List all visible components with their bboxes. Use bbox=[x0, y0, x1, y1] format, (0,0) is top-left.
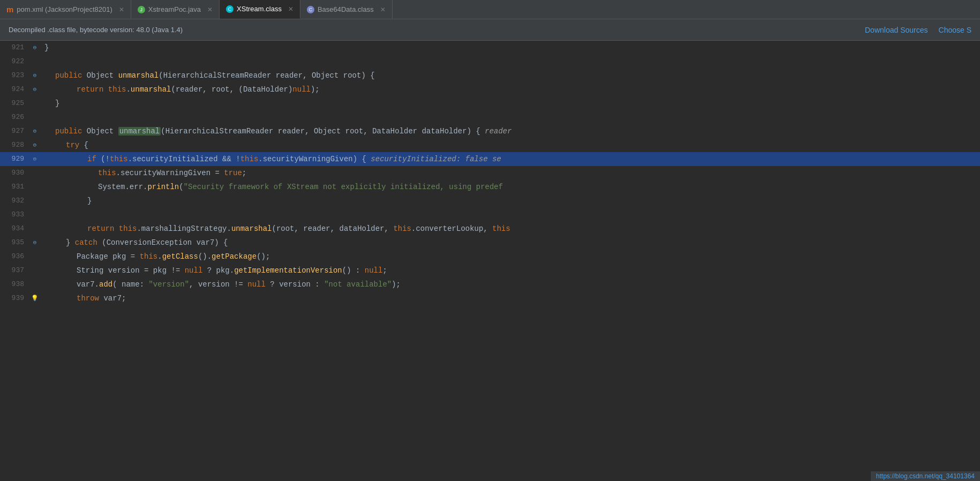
line-number: 932 bbox=[0, 194, 29, 208]
tab-xstream[interactable]: C XStream.class ✕ bbox=[220, 0, 300, 19]
tab-label-base64: Base64Data.class bbox=[318, 5, 374, 13]
code-line: 927⊖public Object unmarshal(Hierarchical… bbox=[0, 124, 980, 138]
code-line: 933 bbox=[0, 208, 980, 222]
tab-label-pom: pom.xml (JacksonProject8201) bbox=[17, 5, 112, 13]
status-bar: https://blog.csdn.net/qq_34101364 bbox=[871, 471, 980, 481]
code-line: 938var7.add( name: "version", version !=… bbox=[0, 277, 980, 291]
code-area: 921⊖ }922923⊖public Object unmarshal(Hie… bbox=[0, 41, 980, 481]
line-number: 935 bbox=[0, 236, 29, 250]
line-number: 921 bbox=[0, 41, 29, 55]
code-line: 926 bbox=[0, 110, 980, 124]
tab-icon-java: J bbox=[138, 6, 145, 13]
tab-xstreampoc[interactable]: J XstreamPoc.java ✕ bbox=[131, 0, 220, 19]
line-content: String version = pkg != null ? pkg.getIm… bbox=[40, 264, 980, 277]
gutter-icon: ⊖ bbox=[29, 41, 40, 55]
code-line: 924⊖return this.unmarshal(reader, root, … bbox=[0, 82, 980, 96]
code-line: 936Package pkg = this.getClass().getPack… bbox=[0, 250, 980, 264]
code-line: 925} bbox=[0, 96, 980, 110]
line-content: } catch (ConversionException var7) { bbox=[40, 236, 980, 250]
choose-link[interactable]: Choose S bbox=[939, 26, 971, 34]
line-content: Package pkg = this.getClass().getPackage… bbox=[40, 250, 980, 264]
line-number: 931 bbox=[0, 180, 29, 194]
tab-icon-xstream: C bbox=[226, 5, 233, 13]
tab-close-xstream[interactable]: ✕ bbox=[288, 5, 293, 13]
line-number: 933 bbox=[0, 208, 29, 222]
tab-close-pom[interactable]: ✕ bbox=[119, 6, 124, 13]
code-line: 921⊖ } bbox=[0, 41, 980, 55]
code-line: 931System.err.println("Security framewor… bbox=[0, 180, 980, 194]
line-number: 939 bbox=[0, 291, 29, 305]
line-number: 938 bbox=[0, 277, 29, 291]
line-content: var7.add( name: "version", version != nu… bbox=[40, 277, 980, 291]
line-content: System.err.println("Security framework o… bbox=[40, 180, 980, 194]
line-content: public Object unmarshal(HierarchicalStre… bbox=[40, 124, 980, 138]
code-line: 939💡throw var7; bbox=[0, 291, 980, 305]
line-number: 934 bbox=[0, 222, 29, 236]
tab-icon-base64: C bbox=[307, 6, 314, 13]
gutter-icon: ⊖ bbox=[29, 124, 40, 138]
download-sources-link[interactable]: Download Sources bbox=[865, 26, 928, 34]
code-line: 934return this.marshallingStrategy.unmar… bbox=[0, 222, 980, 236]
line-number: 925 bbox=[0, 96, 29, 110]
line-number: 927 bbox=[0, 124, 29, 138]
line-content: return this.marshallingStrategy.unmarsha… bbox=[40, 222, 980, 236]
tab-icon-m: m bbox=[6, 5, 13, 14]
status-url: https://blog.csdn.net/qq_34101364 bbox=[876, 472, 975, 480]
code-line: 937String version = pkg != null ? pkg.ge… bbox=[0, 264, 980, 277]
gutter-icon: ⊖ bbox=[29, 69, 40, 82]
tab-base64[interactable]: C Base64Data.class ✕ bbox=[300, 0, 393, 19]
line-content: } bbox=[40, 96, 980, 110]
code-line: 930this.securityWarningGiven = true; bbox=[0, 166, 980, 180]
line-content: if (!this.securityInitialized && !this.s… bbox=[40, 152, 980, 166]
code-line: 932} bbox=[0, 194, 980, 208]
tab-bar: m pom.xml (JacksonProject8201) ✕ J Xstre… bbox=[0, 0, 980, 19]
line-number: 923 bbox=[0, 69, 29, 82]
gutter-icon: ⊖ bbox=[29, 236, 40, 250]
line-content: try { bbox=[40, 138, 980, 152]
gutter-icon: ⊖ bbox=[29, 152, 40, 166]
gutter-icon: ⊖ bbox=[29, 82, 40, 96]
line-number: 936 bbox=[0, 250, 29, 264]
line-number: 924 bbox=[0, 82, 29, 96]
gutter-icon: 💡 bbox=[29, 291, 40, 305]
code-line: 922 bbox=[0, 55, 980, 69]
line-content: } bbox=[40, 194, 980, 208]
code-line: 929⊖if (!this.securityInitialized && !th… bbox=[0, 152, 980, 166]
info-actions: Download Sources Choose S bbox=[865, 26, 971, 34]
decompiled-info: Decompiled .class file, bytecode version… bbox=[9, 26, 183, 34]
code-line: 923⊖public Object unmarshal(Hierarchical… bbox=[0, 69, 980, 82]
tab-label-xstreampoc: XstreamPoc.java bbox=[148, 5, 201, 13]
code-lines: 921⊖ }922923⊖public Object unmarshal(Hie… bbox=[0, 41, 980, 481]
line-number: 922 bbox=[0, 55, 29, 69]
code-line: 935⊖} catch (ConversionException var7) { bbox=[0, 236, 980, 250]
line-content: this.securityWarningGiven = true; bbox=[40, 166, 980, 180]
tab-label-xstream: XStream.class bbox=[237, 5, 282, 13]
line-number: 929 bbox=[0, 152, 29, 166]
info-bar: Decompiled .class file, bytecode version… bbox=[0, 19, 980, 41]
line-content: public Object unmarshal(HierarchicalStre… bbox=[40, 69, 980, 82]
gutter-icon: ⊖ bbox=[29, 138, 40, 152]
line-number: 937 bbox=[0, 264, 29, 277]
tab-close-base64[interactable]: ✕ bbox=[380, 6, 386, 13]
code-line: 928⊖try { bbox=[0, 138, 980, 152]
tab-close-xstreampoc[interactable]: ✕ bbox=[207, 6, 213, 13]
line-number: 926 bbox=[0, 110, 29, 124]
line-content: throw var7; bbox=[40, 291, 980, 305]
line-content: return this.unmarshal(reader, root, (Dat… bbox=[40, 82, 980, 96]
tab-pom[interactable]: m pom.xml (JacksonProject8201) ✕ bbox=[0, 0, 131, 19]
line-number: 928 bbox=[0, 138, 29, 152]
line-content: } bbox=[40, 41, 980, 55]
line-number: 930 bbox=[0, 166, 29, 180]
